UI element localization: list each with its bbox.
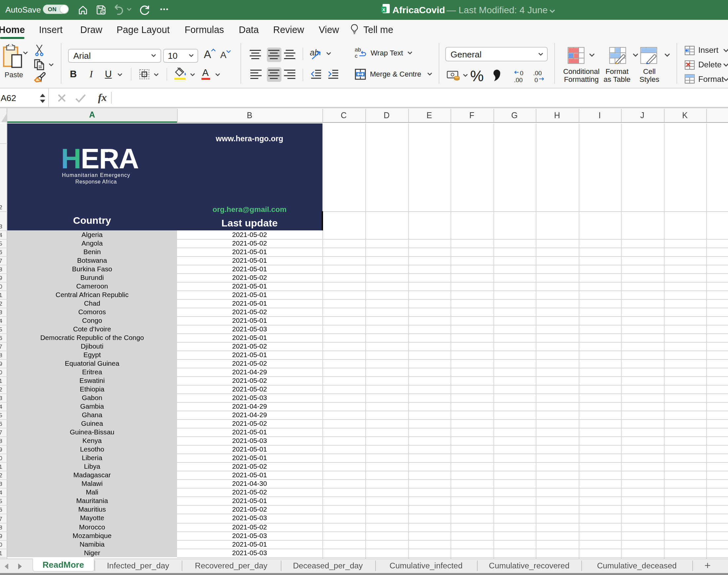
svg-text:0: 0 (534, 76, 538, 82)
svg-text:.00: .00 (514, 76, 523, 82)
svg-text:0: 0 (520, 70, 524, 76)
svg-text:.00: .00 (533, 70, 542, 76)
svg-text:c: c (355, 53, 358, 59)
svg-text:ab: ab (355, 46, 361, 53)
